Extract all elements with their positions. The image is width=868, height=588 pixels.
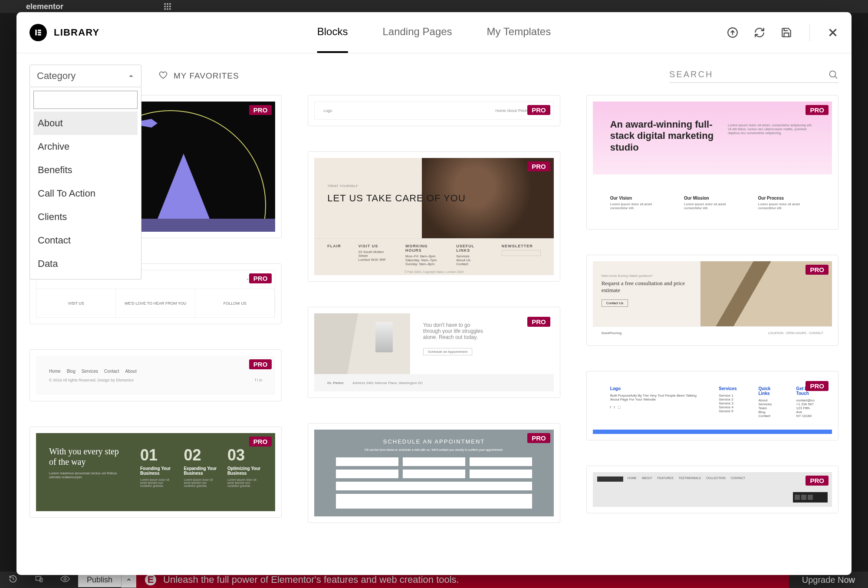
tab-my-templates[interactable]: My Templates bbox=[487, 12, 551, 53]
pro-badge: PRO bbox=[527, 433, 550, 443]
svg-marker-20 bbox=[129, 75, 133, 77]
tab-landing-pages[interactable]: Landing Pages bbox=[382, 12, 452, 53]
template-card[interactable]: PRO LogoHome About Pricing Contact bbox=[308, 95, 560, 126]
pro-badge: PRO bbox=[806, 265, 829, 275]
svg-rect-8 bbox=[169, 8, 171, 10]
pro-badge: PRO bbox=[806, 105, 829, 115]
template-card[interactable]: PRO Need some flooring related guidance?… bbox=[586, 255, 838, 346]
tab-blocks[interactable]: Blocks bbox=[317, 12, 348, 53]
template-preview: LogoHome About Pricing Contact bbox=[314, 102, 553, 120]
grid-column-3: PRO An award-winning full-stack digital … bbox=[586, 95, 838, 566]
header-divider bbox=[809, 24, 810, 41]
save-icon[interactable] bbox=[781, 27, 792, 38]
pro-badge: PRO bbox=[527, 317, 550, 327]
pro-badge: PRO bbox=[806, 476, 829, 486]
template-card[interactable]: PRO You don't have to gothrough your lif… bbox=[308, 307, 560, 398]
svg-line-22 bbox=[835, 76, 838, 79]
pro-badge: PRO bbox=[249, 273, 272, 283]
dropdown-item-about[interactable]: About bbox=[33, 112, 138, 135]
dropdown-item-benefits[interactable]: Benefits bbox=[33, 158, 138, 182]
template-preview: TREAT YOURSELF LET US TAKE CARE OF YOU F… bbox=[314, 158, 553, 275]
upgrade-now-link[interactable]: Upgrade Now bbox=[789, 575, 868, 585]
close-icon[interactable] bbox=[827, 27, 838, 38]
bg-brand: elementor bbox=[26, 2, 63, 11]
elementor-icon: E bbox=[145, 574, 156, 585]
category-dropdown[interactable]: Category bbox=[30, 65, 141, 87]
dropdown-item-call-to-action[interactable]: Call To Action bbox=[33, 182, 138, 205]
search-icon[interactable] bbox=[828, 69, 838, 80]
template-preview: Need some flooring related guidance? Req… bbox=[593, 261, 832, 339]
template-preview: HOMEABOUTFEATURESTESTIMONIALSCOLLECTIONC… bbox=[593, 472, 832, 507]
toolbar: Category MY FAVORITES About Archive Bene… bbox=[16, 53, 852, 95]
category-dropdown-menu: About Archive Benefits Call To Action Cl… bbox=[30, 87, 141, 279]
svg-rect-12 bbox=[35, 30, 36, 35]
svg-rect-15 bbox=[38, 34, 41, 35]
favorites-label: MY FAVORITES bbox=[174, 71, 239, 81]
svg-rect-7 bbox=[167, 8, 168, 10]
template-preview: You don't have to gothrough your life st… bbox=[314, 313, 553, 391]
responsive-icon[interactable] bbox=[26, 575, 52, 585]
preview-icon[interactable] bbox=[52, 574, 78, 586]
pro-badge: PRO bbox=[527, 105, 550, 115]
template-card[interactable]: PRO HOMEABOUTFEATURESTESTIMONIALSCOLLECT… bbox=[586, 466, 838, 513]
background-top-bar: elementor bbox=[0, 0, 868, 13]
heart-icon bbox=[159, 71, 168, 82]
templates-grid: PRO PRO + 44 835 VISIT US WE'D LOVE TO H… bbox=[16, 95, 852, 575]
svg-rect-3 bbox=[164, 6, 166, 7]
pro-badge: PRO bbox=[249, 359, 272, 369]
dropdown-item-clients[interactable]: Clients bbox=[33, 205, 138, 229]
dropdown-search-input[interactable] bbox=[33, 91, 138, 109]
template-card[interactable]: PRO SCHEDULE AN APPOINTMENT Fill out the… bbox=[308, 423, 560, 523]
svg-rect-0 bbox=[164, 3, 166, 5]
history-icon[interactable] bbox=[0, 575, 26, 585]
search-input[interactable] bbox=[669, 69, 822, 79]
search-field[interactable] bbox=[669, 69, 838, 83]
my-favorites-button[interactable]: MY FAVORITES bbox=[159, 71, 239, 82]
tabs: Blocks Landing Pages My Templates bbox=[317, 12, 551, 53]
pro-badge: PRO bbox=[527, 161, 550, 171]
category-label: Category bbox=[37, 70, 76, 82]
elementor-logo-icon bbox=[30, 24, 47, 41]
svg-point-21 bbox=[830, 71, 836, 77]
template-card[interactable]: PRO TREAT YOURSELF LET US TAKE CARE OF Y… bbox=[308, 151, 560, 282]
template-preview: An award-winning full-stack digital mark… bbox=[593, 102, 832, 223]
svg-rect-14 bbox=[38, 32, 41, 33]
template-card[interactable]: PRO LogoBuilt Purposefully By The Very T… bbox=[586, 371, 838, 440]
sync-icon[interactable] bbox=[754, 27, 765, 38]
svg-rect-1 bbox=[167, 3, 168, 5]
svg-rect-6 bbox=[164, 8, 166, 10]
svg-rect-5 bbox=[169, 6, 171, 7]
pro-badge: PRO bbox=[806, 381, 829, 391]
dropdown-item-archive[interactable]: Archive bbox=[33, 135, 138, 158]
svg-point-11 bbox=[64, 578, 66, 580]
dropdown-item-contact[interactable]: Contact bbox=[33, 229, 138, 252]
grid-column-2: PRO LogoHome About Pricing Contact PRO T… bbox=[308, 95, 560, 566]
modal-header: LIBRARY Blocks Landing Pages My Template… bbox=[16, 12, 852, 53]
svg-rect-4 bbox=[167, 6, 168, 7]
pro-badge: PRO bbox=[249, 437, 272, 447]
template-preview: LogoBuilt Purposefully By The Very Tool … bbox=[593, 378, 832, 434]
upload-icon[interactable] bbox=[727, 27, 738, 38]
template-preview: SCHEDULE AN APPOINTMENT Fill out the for… bbox=[314, 430, 553, 516]
template-card[interactable]: PRO With you every step of the way Lorem… bbox=[30, 427, 282, 518]
template-preview: With you every step of the way Lorem max… bbox=[36, 433, 275, 511]
svg-rect-13 bbox=[38, 30, 41, 31]
template-card[interactable]: PRO HomeBlogServicesContactAbout © 2019 … bbox=[30, 349, 282, 401]
chevron-up-icon bbox=[128, 70, 134, 82]
pro-badge: PRO bbox=[249, 105, 272, 115]
dropdown-item-data[interactable]: Data bbox=[33, 252, 138, 276]
svg-rect-2 bbox=[169, 3, 171, 5]
header-actions bbox=[727, 24, 838, 41]
template-card[interactable]: PRO An award-winning full-stack digital … bbox=[586, 95, 838, 230]
modal-title: LIBRARY bbox=[54, 27, 99, 38]
promo-text: Unleash the full power of Elementor's fe… bbox=[163, 574, 459, 585]
library-modal: LIBRARY Blocks Landing Pages My Template… bbox=[16, 12, 852, 575]
apps-grid-icon bbox=[163, 2, 172, 11]
template-preview: HomeBlogServicesContactAbout © 2019 All … bbox=[36, 356, 275, 395]
